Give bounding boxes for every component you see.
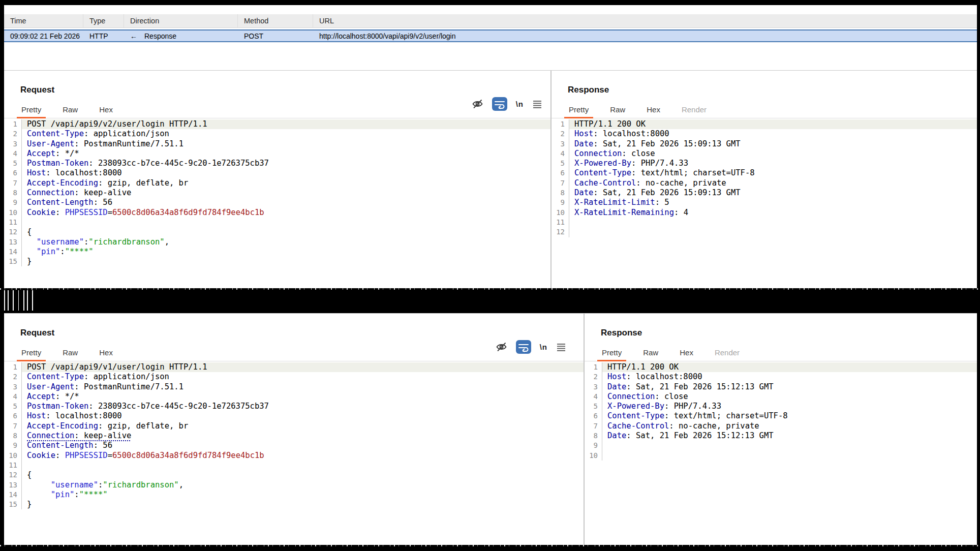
code-text: Content-Type: text/html; charset=UTF-8 — [607, 411, 788, 420]
newline-icon[interactable]: \n — [540, 343, 547, 351]
top-section: Time Type Direction Method URL 09:09:02 … — [4, 5, 977, 288]
tab-raw[interactable]: Raw — [63, 348, 78, 357]
direction-label: Response — [144, 32, 176, 40]
code-line: 6Host: localhost:8000 — [4, 411, 584, 421]
tab-render: Render — [715, 348, 740, 357]
code-text: Connection: close — [607, 392, 688, 401]
line-number: 8 — [552, 188, 569, 198]
tab-render: Render — [682, 105, 707, 114]
speckle-edge — [0, 288, 980, 290]
code-text: Host: localhost:8000 — [27, 168, 122, 177]
code-text: Date: Sat, 21 Feb 2026 15:09:13 GMT — [574, 139, 741, 148]
line-number: 11 — [552, 218, 569, 227]
tab-pretty[interactable]: Pretty — [21, 105, 41, 114]
column-header-url[interactable]: URL — [313, 14, 977, 27]
code-text: Host: localhost:8000 — [607, 372, 702, 381]
request-panel-head: Request PrettyRawHex — [4, 71, 550, 118]
top-message-editor-split: Request PrettyRawHex — [4, 70, 977, 288]
code-text: "username":"richardbranson", — [27, 237, 169, 247]
code-line: 10Cookie: PHPSESSID=6500c8d06a34a8f6d9fd… — [4, 208, 550, 218]
response-panel-head: Response PrettyRawHexRender — [585, 314, 977, 361]
line-number: 7 — [4, 421, 21, 431]
line-number: 12 — [4, 470, 21, 480]
column-header-time[interactable]: Time — [4, 14, 83, 27]
code-text: Cache-Control: no-cache, private — [607, 421, 759, 431]
code-line: 2Content-Type: application/json — [4, 129, 550, 139]
line-number: 7 — [585, 421, 602, 431]
tab-hex[interactable]: Hex — [680, 348, 693, 357]
tab-hex[interactable]: Hex — [99, 105, 113, 114]
bottom-request-panel: Request PrettyRawHex — [4, 314, 585, 545]
code-text: X-RateLimit-Remaining: 4 — [574, 208, 688, 217]
code-line: 10 — [585, 451, 977, 461]
column-header-direction[interactable]: Direction — [124, 14, 238, 27]
code-text: POST /vapi/api9/v1/user/login HTTP/1.1 — [27, 362, 207, 372]
code-text: } — [27, 500, 32, 509]
request-code-area[interactable]: 1POST /vapi/api9/v1/user/login HTTP/1.12… — [4, 361, 584, 509]
line-number: 4 — [552, 149, 569, 159]
line-number: 5 — [4, 159, 21, 168]
code-text: Content-Length: 56 — [27, 198, 112, 207]
code-text: Content-Length: 56 — [27, 441, 112, 450]
code-line: 8Connection: keep-alive — [4, 431, 584, 441]
line-number: 12 — [552, 227, 569, 237]
line-number: 2 — [4, 129, 21, 139]
tab-pretty[interactable]: Pretty — [569, 105, 589, 114]
line-number: 10 — [4, 208, 21, 218]
tab-bar: PrettyRawHex — [21, 105, 113, 114]
code-line: 4Accept: */* — [4, 392, 584, 402]
panel-title: Response — [601, 328, 642, 338]
tab-raw[interactable]: Raw — [63, 105, 78, 114]
tab-pretty[interactable]: Pretty — [602, 348, 622, 357]
code-line: 3User-Agent: PostmanRuntime/7.51.1 — [4, 139, 550, 149]
tab-bar: PrettyRawHexRender — [569, 105, 707, 114]
eye-slash-icon[interactable] — [472, 98, 483, 110]
menu-icon[interactable] — [532, 100, 542, 109]
line-number: 4 — [585, 392, 602, 402]
code-line: 5X-Powered-By: PHP/7.4.33 — [585, 402, 977, 411]
code-text: Connection: keep-alive — [27, 431, 131, 440]
response-code-area[interactable]: 1HTTP/1.1 200 OK2Host: localhost:80003Da… — [585, 361, 977, 461]
code-line: 14 "pin":"****" — [4, 247, 550, 257]
tab-raw[interactable]: Raw — [610, 105, 625, 114]
code-line: 3User-Agent: PostmanRuntime/7.51.1 — [4, 382, 584, 392]
column-header-type[interactable]: Type — [83, 14, 124, 27]
line-number: 1 — [552, 119, 569, 129]
menu-icon[interactable] — [556, 343, 566, 352]
line-number: 6 — [4, 411, 21, 421]
editor-toolbar: \n — [472, 97, 542, 111]
line-number: 13 — [4, 480, 21, 490]
word-wrap-icon[interactable] — [516, 340, 531, 354]
code-line: 11 — [552, 218, 977, 227]
response-panel-head: Response PrettyRawHexRender — [552, 71, 977, 118]
request-code-area[interactable]: 1POST /vapi/api9/v2/user/login HTTP/1.12… — [4, 118, 550, 266]
tab-hex[interactable]: Hex — [99, 348, 113, 357]
line-number: 9 — [552, 198, 569, 207]
line-number: 9 — [585, 441, 602, 450]
code-line: 1HTTP/1.1 200 OK — [552, 119, 977, 129]
code-line: 1POST /vapi/api9/v1/user/login HTTP/1.1 — [4, 362, 584, 372]
line-number: 10 — [585, 451, 602, 461]
code-line: 5Postman-Token: 238093cc-b7ce-445c-9c20-… — [4, 402, 584, 411]
top-request-panel: Request PrettyRawHex — [4, 71, 552, 288]
line-number: 9 — [4, 198, 21, 207]
line-number: 12 — [4, 227, 21, 237]
eye-slash-icon[interactable] — [496, 341, 507, 353]
word-wrap-icon[interactable] — [492, 97, 507, 111]
code-text: Content-Type: application/json — [27, 129, 169, 138]
tab-hex[interactable]: Hex — [647, 105, 660, 114]
response-code-area[interactable]: 1HTTP/1.1 200 OK2Host: localhost:80003Da… — [552, 118, 977, 237]
panel-title: Request — [20, 85, 54, 95]
code-line: 15} — [4, 257, 550, 266]
line-number: 8 — [4, 188, 21, 198]
code-text: Host: localhost:8000 — [27, 411, 122, 420]
tab-pretty[interactable]: Pretty — [21, 348, 41, 357]
code-line: 14 "pin":"****" — [4, 490, 584, 500]
history-table-selected-row[interactable]: 09:09:02 21 Feb 2026 HTTP ←Response POST… — [4, 29, 977, 42]
newline-icon[interactable]: \n — [516, 100, 524, 108]
column-header-method[interactable]: Method — [238, 14, 313, 27]
tab-raw[interactable]: Raw — [643, 348, 658, 357]
code-line: 12{ — [4, 227, 550, 237]
line-number: 11 — [4, 461, 21, 470]
response-arrow-icon: ← — [130, 32, 144, 40]
